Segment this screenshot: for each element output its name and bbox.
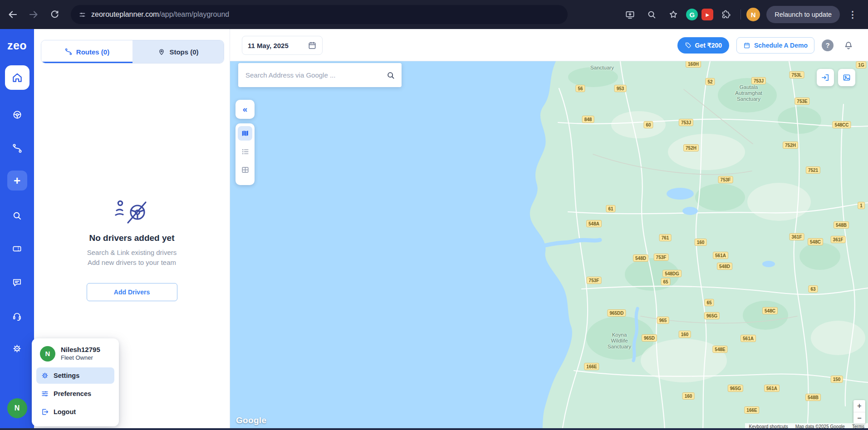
- browser-menu-button[interactable]: ⋮: [843, 5, 862, 24]
- user-menu-header: N Nilesh12795 Fleet Owner: [40, 346, 100, 362]
- grammarly-extension-icon[interactable]: G: [686, 9, 698, 20]
- sidebar-home-button[interactable]: [5, 65, 29, 90]
- zoom-in-button[interactable]: +: [853, 400, 865, 412]
- map-view-switcher: [235, 123, 255, 185]
- sidebar-search-button[interactable]: [8, 206, 27, 225]
- zoom-out-button[interactable]: −: [853, 412, 865, 424]
- reload-button[interactable]: [45, 5, 64, 24]
- date-picker[interactable]: 11 May, 2025: [242, 36, 323, 55]
- logout-menu-item[interactable]: Logout: [36, 404, 114, 420]
- install-app-button[interactable]: [621, 5, 639, 24]
- route-badge: 548B: [805, 394, 821, 401]
- import-stops-button[interactable]: [817, 69, 834, 86]
- route-badge: 561A: [713, 252, 728, 259]
- browser-profile-avatar[interactable]: N: [746, 8, 760, 21]
- app-sidebar: zeo + N: [0, 29, 34, 430]
- preferences-menu-item[interactable]: Preferences: [36, 386, 114, 402]
- help-button[interactable]: ?: [822, 39, 834, 51]
- route-badge: 60: [643, 121, 653, 128]
- route-badge: 752H: [783, 142, 798, 149]
- forward-button[interactable]: [25, 5, 43, 24]
- route-badge: 561A: [740, 335, 756, 342]
- route-badge: 150: [831, 376, 843, 383]
- route-badge: 7521: [806, 166, 820, 174]
- sidebar-settings-button[interactable]: [8, 339, 27, 358]
- site-settings-icon[interactable]: [78, 10, 87, 19]
- puzzle-icon: [721, 10, 731, 20]
- user-menu-popup: N Nilesh12795 Fleet Owner Settings Prefe…: [32, 338, 119, 426]
- map-place-label: KoynaWildlifeSanctuary: [608, 332, 631, 350]
- route-badge: 160H: [686, 61, 701, 68]
- route-badge: 166E: [744, 406, 759, 414]
- browser-toolbar: zeorouteplanner.com/app/team/playground …: [0, 0, 868, 29]
- route-badge: 548D: [717, 263, 732, 270]
- sidebar-drivers-button[interactable]: [8, 105, 27, 124]
- schedule-demo-button[interactable]: Schedule A Demo: [736, 37, 814, 54]
- red-extension-icon[interactable]: ▶: [701, 9, 713, 20]
- route-badge: 548C: [762, 307, 778, 314]
- url-domain: zeorouteplanner.com: [91, 10, 159, 18]
- sidebar-chat-button[interactable]: [8, 273, 27, 292]
- route-badge: 548A: [586, 220, 602, 227]
- map-terrain: [230, 61, 868, 430]
- map-snapshot-button[interactable]: [838, 69, 855, 86]
- calendar-icon: [308, 41, 317, 50]
- sidebar-add-button[interactable]: +: [7, 171, 27, 191]
- bookmark-star-button[interactable]: [664, 5, 682, 24]
- list-icon: [241, 147, 250, 156]
- route-badge: 548B: [834, 221, 849, 229]
- map-action-buttons: [817, 69, 855, 86]
- notifications-button[interactable]: [841, 40, 856, 51]
- route-badge: 1G: [856, 61, 866, 68]
- map-place-label: GautalaAutramghatSanctuary: [735, 84, 762, 102]
- route-badge: 561A: [764, 385, 780, 392]
- date-value: 11 May, 2025: [248, 42, 289, 49]
- collapse-panel-button[interactable]: «: [235, 100, 255, 119]
- preferences-sliders-icon: [41, 390, 49, 398]
- route-badge: 965: [657, 317, 669, 324]
- get-credit-button[interactable]: Get ₹200: [677, 37, 730, 54]
- route-badge: 753F: [654, 254, 669, 261]
- list-view-button[interactable]: [238, 144, 252, 159]
- browser-right-controls: G ▶ N Relaunch to update ⋮: [621, 5, 862, 24]
- google-watermark: Google: [236, 415, 266, 425]
- sidebar-support-button[interactable]: [8, 306, 27, 325]
- route-badge: 548CC: [832, 121, 851, 128]
- route-badge: 753J: [751, 77, 766, 84]
- route-badge: 160: [695, 239, 707, 246]
- route-badge: 56: [575, 85, 585, 92]
- zoom-control: + −: [853, 400, 865, 424]
- route-badge: 52: [705, 78, 715, 85]
- map-view-button[interactable]: [238, 126, 252, 141]
- install-app-icon: [625, 10, 635, 20]
- relaunch-update-button[interactable]: Relaunch to update: [766, 6, 840, 23]
- empty-state-line1: Search & Link existing drivers: [34, 249, 230, 256]
- map-place-label: Sanctuary: [590, 65, 614, 71]
- magnifier-icon: [647, 10, 657, 20]
- route-badge: 61: [606, 205, 615, 212]
- sidebar-routes-button[interactable]: [8, 139, 27, 158]
- schedule-demo-label: Schedule A Demo: [754, 42, 808, 49]
- back-button[interactable]: [4, 5, 22, 24]
- route-badge: 965G: [704, 312, 720, 319]
- settings-menu-item[interactable]: Settings: [36, 367, 114, 384]
- topbar-actions: Get ₹200 Schedule A Demo ?: [677, 29, 857, 61]
- import-icon: [821, 73, 830, 82]
- add-drivers-button[interactable]: Add Drivers: [87, 283, 177, 301]
- route-badge: 65: [661, 278, 670, 285]
- map-canvas[interactable]: SanctuaryGautalaAutramghatSanctuaryKoyna…: [230, 61, 868, 430]
- address-bar[interactable]: zeorouteplanner.com/app/team/playground: [71, 5, 568, 24]
- side-search-button[interactable]: [642, 5, 661, 24]
- route-badge: 1: [858, 202, 865, 209]
- address-search-input[interactable]: [245, 71, 382, 79]
- search-magnifier-icon[interactable]: [386, 71, 395, 80]
- table-icon: [241, 166, 250, 174]
- table-view-button[interactable]: [238, 162, 252, 177]
- sidebar-ticket-button[interactable]: [8, 239, 27, 258]
- sidebar-profile-avatar[interactable]: N: [7, 398, 27, 418]
- user-role: Fleet Owner: [61, 354, 100, 362]
- extensions-puzzle-button[interactable]: [717, 5, 735, 24]
- route-badge: 548E: [712, 346, 727, 353]
- reload-icon: [49, 10, 60, 20]
- route-badge: 160: [682, 392, 695, 400]
